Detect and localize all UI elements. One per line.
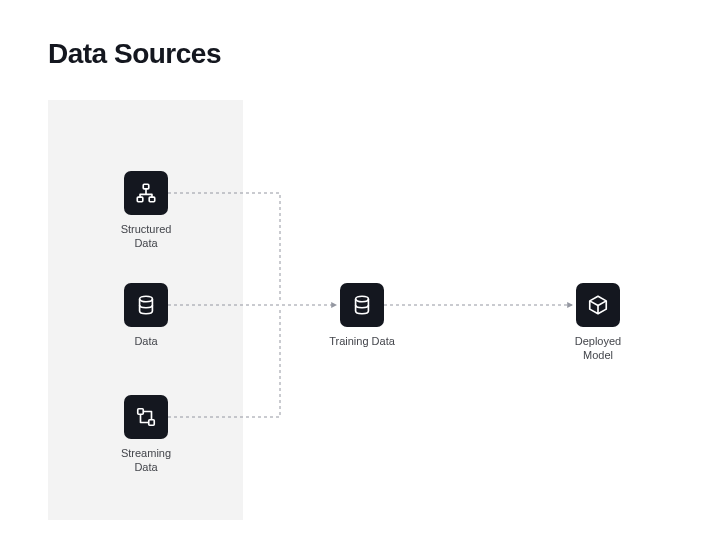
database-icon (135, 294, 157, 316)
svg-rect-0 (143, 184, 149, 189)
svg-rect-4 (138, 409, 144, 415)
training-data-icon-box (340, 283, 384, 327)
svg-rect-5 (149, 420, 155, 426)
deployed-model-icon-box (576, 283, 620, 327)
node-label: StreamingData (86, 447, 206, 475)
sitemap-icon (135, 182, 157, 204)
node-label: Data (86, 335, 206, 349)
data-flow-icon (135, 406, 157, 428)
streaming-data-icon-box (124, 395, 168, 439)
node-label: DeployedModel (538, 335, 658, 363)
page-title: Data Sources (48, 38, 221, 70)
svg-point-3 (140, 296, 153, 302)
node-label: StructuredData (86, 223, 206, 251)
node-deployed-model: DeployedModel (538, 283, 658, 363)
svg-rect-1 (137, 197, 143, 202)
node-data: Data (86, 283, 206, 349)
node-label: Training Data (302, 335, 422, 349)
database-icon (351, 294, 373, 316)
node-structured-data: StructuredData (86, 171, 206, 251)
node-training-data: Training Data (302, 283, 422, 349)
node-streaming-data: StreamingData (86, 395, 206, 475)
cube-icon (587, 294, 609, 316)
svg-rect-2 (149, 197, 155, 202)
data-icon-box (124, 283, 168, 327)
structured-data-icon-box (124, 171, 168, 215)
svg-point-6 (356, 296, 369, 302)
